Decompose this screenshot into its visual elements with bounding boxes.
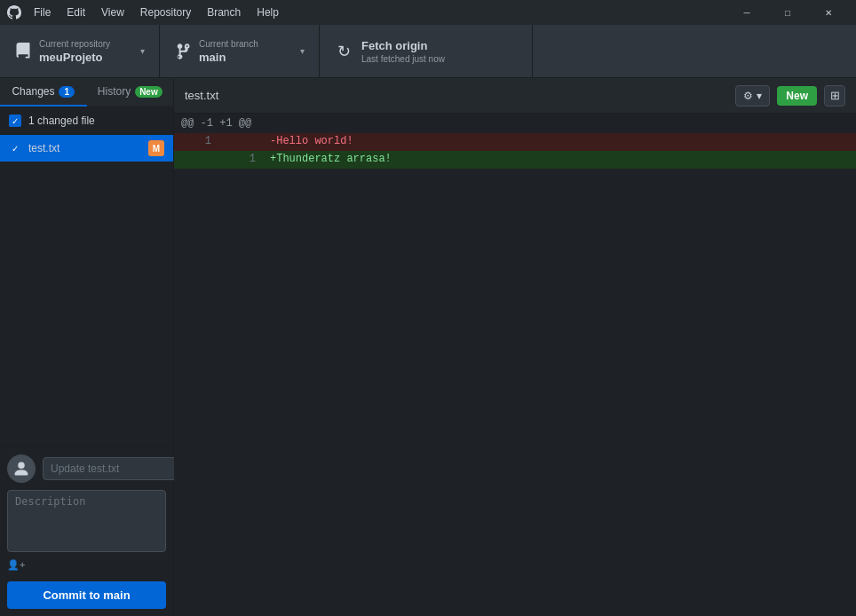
current-repository-button[interactable]: Current repository meuProjeto ▾ [0, 25, 160, 77]
diff-line-content-added: +Thunderatz arrasa! [263, 151, 856, 169]
diff-settings-button[interactable]: ⚙ ▾ [735, 85, 770, 107]
diff-line-content-removed: -Hello world! [263, 133, 856, 151]
diff-content: @@ -1 +1 @@ 1 -Hello world! 1 +Thunderat… [174, 114, 856, 616]
gear-icon: ⚙ [743, 90, 753, 102]
commit-summary-input[interactable] [43, 457, 192, 480]
diff-filename: test.txt [185, 89, 218, 102]
menu-view[interactable]: View [94, 4, 131, 20]
diff-header-actions: ⚙ ▾ New ⊞ [735, 85, 845, 107]
gear-chevron-icon: ▾ [757, 90, 762, 102]
commit-area: 👤+ Commit to main [0, 446, 173, 616]
maximize-button[interactable]: □ [767, 0, 808, 25]
close-button[interactable]: ✕ [808, 0, 849, 25]
menu-branch[interactable]: Branch [200, 4, 248, 20]
fetch-origin-button[interactable]: ↻ Fetch origin Last fetched just now [320, 25, 533, 77]
changed-files-header: ✓ 1 changed file [0, 107, 173, 135]
fetch-icon: ↻ [337, 42, 351, 61]
repo-text: Current repository meuProjeto [39, 39, 133, 64]
commit-summary-row [7, 454, 166, 483]
tab-history-badge: New [135, 86, 162, 98]
diff-hunk-header: @@ -1 +1 @@ [174, 114, 856, 133]
co-author-button[interactable]: 👤+ [7, 559, 25, 571]
file-checkbox[interactable]: ✓ [9, 142, 21, 154]
branch-icon [174, 43, 192, 60]
repo-name: meuProjeto [39, 51, 133, 64]
diff-header: test.txt ⚙ ▾ New ⊞ [174, 78, 856, 114]
titlebar-left: File Edit View Repository Branch Help [7, 4, 286, 20]
tab-changes-badge: 1 [59, 86, 75, 98]
menu-edit[interactable]: Edit [59, 4, 92, 20]
main-area: Changes 1 History New ✓ 1 changed file ✓… [0, 78, 856, 616]
titlebar: File Edit View Repository Branch Help ─ … [0, 0, 856, 25]
diff-line-added: 1 +Thunderatz arrasa! [174, 151, 856, 169]
diff-expand-button[interactable]: ⊞ [824, 85, 845, 107]
menu-repository[interactable]: Repository [133, 4, 198, 20]
window-controls: ─ □ ✕ [726, 0, 849, 25]
file-name: test.txt [28, 142, 141, 154]
minimize-button[interactable]: ─ [726, 0, 767, 25]
current-branch-button[interactable]: Current branch main ▾ [160, 25, 320, 77]
user-avatar-icon [12, 460, 30, 478]
fetch-title: Fetch origin [361, 39, 445, 52]
select-all-checkbox[interactable]: ✓ [9, 115, 21, 127]
tab-history-label: History [98, 85, 131, 98]
file-list-item[interactable]: ✓ test.txt M [0, 135, 173, 162]
github-icon [7, 5, 21, 20]
menu-file[interactable]: File [27, 4, 58, 20]
commit-footer: 👤+ [7, 559, 166, 571]
diff-area: test.txt ⚙ ▾ New ⊞ @@ -1 +1 @@ 1 -Hello … [174, 78, 856, 616]
titlebar-menu: File Edit View Repository Branch Help [27, 4, 286, 20]
branch-chevron-icon: ▾ [300, 46, 305, 56]
toolbar: Current repository meuProjeto ▾ Current … [0, 25, 856, 78]
diff-line-num-new-added: 1 [218, 151, 263, 169]
fetch-text: Fetch origin Last fetched just now [361, 39, 445, 64]
branch-label: Current branch [199, 39, 293, 49]
branch-text: Current branch main [199, 39, 293, 64]
commit-description-input[interactable] [7, 490, 166, 552]
branch-name: main [199, 51, 293, 64]
commit-button[interactable]: Commit to main [7, 581, 166, 609]
repo-label: Current repository [39, 39, 133, 49]
tab-changes-label: Changes [12, 85, 54, 98]
tab-history[interactable]: History New [87, 78, 174, 107]
diff-new-button[interactable]: New [777, 86, 817, 106]
repo-icon [14, 43, 32, 60]
diff-line-num-new-removed [218, 133, 263, 151]
changed-count-label: 1 changed file [28, 115, 95, 127]
repo-chevron-icon: ▾ [140, 46, 145, 56]
diff-line-removed: 1 -Hello world! [174, 133, 856, 151]
menu-help[interactable]: Help [250, 4, 286, 20]
diff-line-num-old-removed: 1 [174, 133, 218, 151]
file-modified-badge: M [148, 140, 164, 156]
tab-changes[interactable]: Changes 1 [0, 78, 87, 107]
sidebar: Changes 1 History New ✓ 1 changed file ✓… [0, 78, 174, 616]
fetch-subtitle: Last fetched just now [361, 54, 445, 64]
commit-avatar [7, 454, 36, 483]
diff-line-num-old-added [174, 151, 218, 169]
sidebar-tabs: Changes 1 History New [0, 78, 173, 107]
